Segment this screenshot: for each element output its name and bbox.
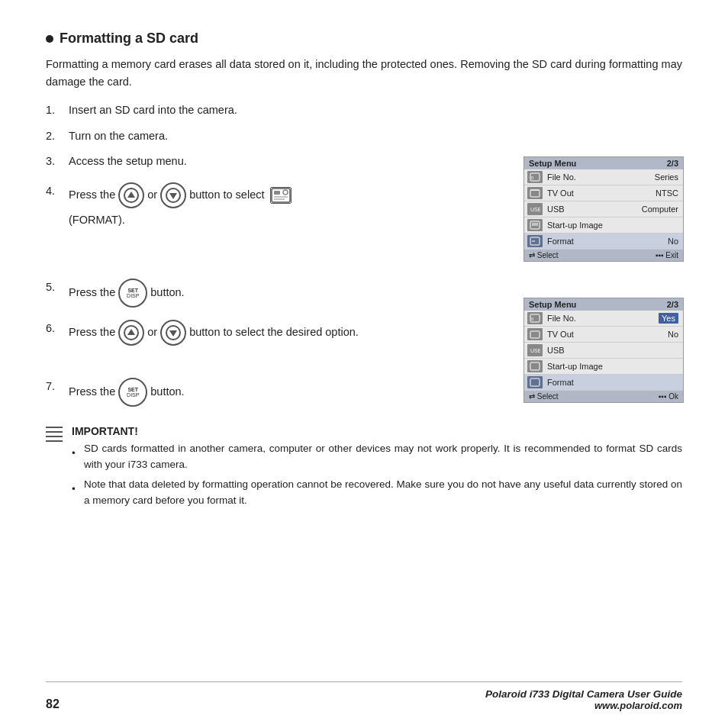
menu1-row-5: Format No [524, 234, 683, 250]
menu1-label-1: File No. [547, 172, 655, 182]
svg-rect-5 [274, 191, 280, 195]
menu2-footer: ⇄ Select ▪▪▪ Ok [524, 391, 683, 402]
step6-press-the: Press the [69, 324, 115, 341]
step-num-4: 4. [46, 182, 69, 200]
step7-press-the: Press the [69, 383, 115, 401]
important-body: IMPORTANT! • SD cards formatted in anoth… [72, 425, 682, 513]
svg-marker-12 [169, 330, 177, 337]
menu1-page: 2/3 [667, 159, 678, 168]
menu2-footer-select: ⇄ Select [529, 392, 559, 401]
menu1-footer: ⇄ Select ▪▪▪ Exit [524, 250, 683, 261]
title-text: Formatting a SD card [60, 31, 198, 47]
svg-rect-15 [530, 190, 540, 197]
important-bullet-2: • Note that data deleted by formatting o… [72, 477, 682, 509]
imp-text-2: Note that data deleted by formatting ope… [84, 477, 682, 509]
svg-text:USB: USB [530, 348, 540, 353]
menu2-row-5: Format [524, 375, 683, 391]
up-button-icon-2 [118, 320, 144, 346]
section-title: Formatting a SD card [46, 31, 682, 47]
menu1-footer-exit: ▪▪▪ Exit [656, 251, 678, 259]
page-footer: 82 Polaroid i733 Digital Camera User Gui… [46, 681, 682, 711]
menu1-label-2: TV Out [547, 188, 656, 198]
set-button-label-2: SET DISP [127, 387, 139, 398]
menu2-title-bar: Setup Menu 2/3 [524, 298, 683, 311]
svg-rect-27 [530, 362, 540, 370]
step-num-2: 2. [46, 127, 69, 145]
important-bullet-1: • SD cards formatted in another camera, … [72, 441, 682, 473]
step-text-1: Insert an SD card into the camera. [69, 101, 682, 119]
set-button-label-1: SET DISP [127, 288, 139, 298]
down-button-icon [160, 182, 186, 208]
menu1-row-3: USB USB Computer [524, 201, 683, 217]
svg-marker-1 [127, 192, 135, 198]
intro-paragraph: Formatting a memory card erases all data… [46, 56, 682, 91]
menu2-page: 2/3 [667, 300, 678, 309]
menu2-label-4: Start-up Image [547, 362, 678, 371]
step-num-7: 7. [46, 378, 69, 395]
menu1-label-5: Format [547, 237, 668, 246]
menu2-icon-1: 0 [527, 312, 543, 324]
step4-or: or [147, 186, 157, 204]
note-lines [46, 427, 63, 444]
step5-press-the: Press the [69, 284, 115, 301]
important-title: IMPORTANT! [72, 425, 682, 437]
step-text-2: Turn on the camera. [69, 127, 682, 145]
menu1-value-1: Series [655, 172, 678, 182]
step-num-5: 5. [46, 279, 69, 296]
imp-dot-1: • [72, 446, 82, 462]
menu2-icon-5 [527, 376, 543, 388]
down-button-icon-2 [160, 320, 186, 346]
footer-brand: Polaroid i733 Digital Camera User Guide … [485, 688, 682, 711]
menu2-icon-4 [527, 360, 543, 372]
step-2: 2. Turn on the camera. [46, 127, 682, 145]
menu1-icon-3: USB [527, 203, 543, 215]
svg-marker-3 [169, 193, 177, 199]
step5-button: button. [150, 284, 184, 301]
svg-marker-10 [127, 329, 135, 335]
bullet-icon [46, 35, 53, 43]
menu2-value-2: No [668, 330, 678, 339]
menu1-value-5: No [668, 237, 678, 246]
menu1-icon-4 [527, 219, 543, 231]
menu2-footer-ok: ▪▪▪ Ok [659, 392, 678, 401]
step-num-6: 6. [46, 320, 69, 337]
up-button-icon [118, 182, 144, 208]
note-icon [46, 427, 63, 513]
menu2-label-3: USB [547, 346, 678, 355]
step-1: 1. Insert an SD card into the camera. [46, 101, 682, 119]
menu2-icon-2 [527, 328, 543, 340]
step6-or: or [147, 324, 157, 341]
step-num-3: 3. [46, 153, 69, 170]
svg-point-6 [283, 190, 288, 195]
menu2-row-3: USB USB [524, 343, 683, 359]
menu1-row-1: 0 File No. Series [524, 169, 683, 185]
step-num-1: 1. [46, 101, 69, 119]
menu1-value-2: NTSC [656, 188, 678, 198]
menu1-row-2: TV Out NTSC [524, 185, 683, 201]
footer-brand-line1: Polaroid i733 Digital Camera User Guide [485, 688, 682, 700]
menu1-value-3: Computer [642, 205, 678, 214]
svg-rect-25 [530, 331, 540, 338]
step4-press-the: Press the [69, 186, 115, 204]
svg-text:0: 0 [531, 176, 534, 180]
menu1-row-4: Start-up Image [524, 217, 683, 234]
menu1-label-3: USB [547, 205, 642, 214]
footer-page-number: 82 [46, 697, 60, 711]
menu1-title-bar: Setup Menu 2/3 [524, 157, 683, 169]
menu2-row-4: Start-up Image [524, 359, 683, 375]
menu2-row-1: 0 File No. Yes [524, 311, 683, 327]
menu2-label-2: TV Out [547, 330, 668, 339]
set-button-icon-1: SET DISP [118, 279, 147, 308]
menu1-footer-select: ⇄ Select [529, 251, 559, 259]
footer-brand-line2: www.polaroid.com [485, 700, 682, 711]
svg-rect-28 [530, 378, 540, 386]
menu2-icon-3: USB [527, 344, 543, 356]
step7-button: button. [150, 383, 184, 401]
svg-text:0: 0 [531, 317, 534, 321]
format-icon [270, 187, 292, 204]
imp-text-1: SD cards formatted in another camera, co… [84, 441, 682, 473]
menu2-row-2: TV Out No [524, 327, 683, 343]
step6-button-text: button to select the desired option. [189, 324, 359, 341]
menu-screenshot-2: Setup Menu 2/3 0 File No. Yes TV Out No … [523, 298, 684, 403]
menu2-title: Setup Menu [529, 300, 576, 309]
